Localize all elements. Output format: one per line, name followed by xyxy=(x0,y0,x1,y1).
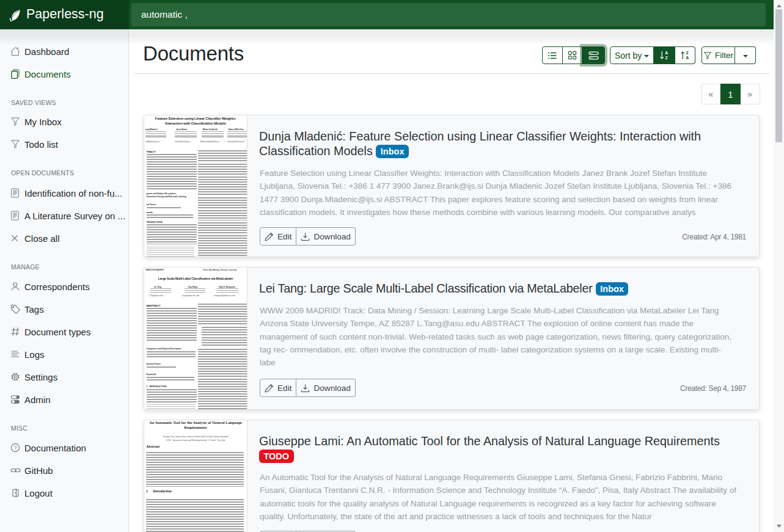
svg-text:?: ? xyxy=(13,445,16,451)
svg-text:A: A xyxy=(665,51,668,55)
svg-text:Z: Z xyxy=(686,51,689,55)
svg-text:A: A xyxy=(686,56,689,60)
svg-text:Z: Z xyxy=(665,56,668,60)
